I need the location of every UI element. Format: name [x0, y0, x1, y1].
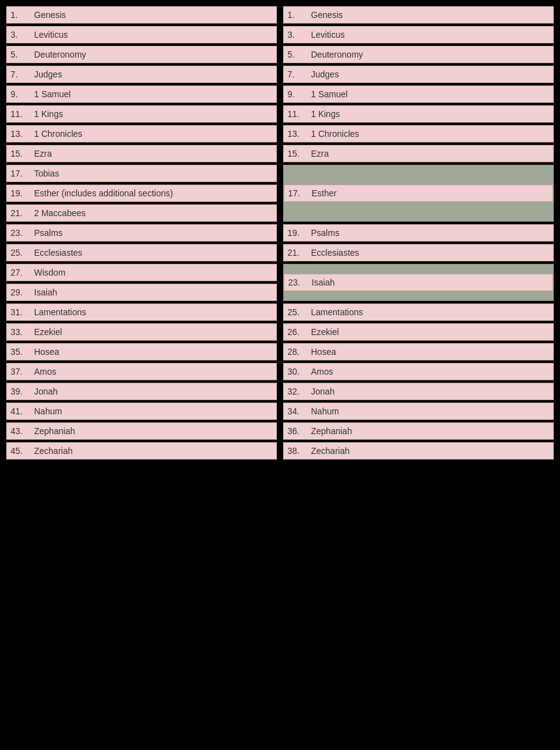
book-row: 9.1 Samuel: [283, 85, 554, 103]
book-row: 31.Lamentations: [6, 303, 277, 321]
book-number: 34.: [287, 406, 311, 416]
book-name: Leviticus: [34, 30, 68, 40]
book-name: Wisdom: [34, 268, 66, 277]
book-row: 43.Zephaniah: [6, 422, 277, 440]
book-name: Deuteronomy: [34, 50, 86, 59]
book-name: Zephaniah: [311, 426, 352, 436]
book-number: 29.: [11, 287, 34, 297]
list-item: 11.1 Kings: [283, 105, 554, 123]
list-item: 25.Lamentations: [283, 303, 554, 321]
book-name: 1 Samuel: [34, 89, 71, 99]
list-item: 19.Esther (includes additional sections): [6, 185, 277, 202]
book-row: 21.2 Maccabees: [6, 204, 277, 222]
book-number: 19.: [287, 228, 311, 238]
book-number: 3.: [11, 30, 34, 40]
book-row: 38.Zechariah: [283, 442, 554, 460]
book-row: 23.Psalms: [6, 224, 277, 242]
book-row: 41.Nahum: [6, 403, 277, 420]
list-item: 21.Ecclesiastes: [283, 244, 554, 261]
book-row: 1.Genesis: [283, 6, 554, 24]
list-item: 43.Zephaniah: [6, 422, 277, 440]
book-name: Genesis: [34, 10, 66, 20]
book-row: 1.Genesis: [6, 6, 277, 24]
book-row: 25.Lamentations: [283, 303, 554, 321]
book-number: 21.: [11, 208, 34, 218]
list-item: 32.Jonah: [283, 383, 554, 400]
book-number: 21.: [287, 248, 311, 258]
book-row: 11.1 Kings: [283, 105, 554, 123]
book-name: 1 Kings: [34, 109, 63, 119]
book-row: 28.Hosea: [283, 343, 554, 360]
list-item: 3.Leviticus: [283, 26, 554, 43]
book-name: Ecclesiastes: [34, 248, 82, 258]
main-container: 1.Genesis3.Leviticus5.Deuteronomy7.Judge…: [0, 0, 560, 468]
book-name: Genesis: [311, 10, 343, 20]
book-number: 32.: [287, 386, 311, 396]
book-number: 13.: [11, 129, 34, 139]
book-number: 23.: [11, 228, 34, 238]
book-name: Ecclesiastes: [311, 248, 359, 258]
book-row: 45.Zechariah: [6, 442, 277, 460]
book-name: Esther: [312, 188, 336, 198]
book-row: 29.Isaiah: [6, 284, 277, 301]
book-row: 15.Ezra: [283, 145, 554, 162]
list-item: 5.Deuteronomy: [283, 46, 554, 63]
book-row: 21.Ecclesiastes: [283, 244, 554, 261]
book-row: 37.Amos: [6, 363, 277, 380]
book-name: Zephaniah: [34, 426, 75, 436]
book-number: 35.: [11, 347, 34, 357]
list-item: 26.Ezekiel: [283, 323, 554, 341]
merged-block: 23.Isaiah: [283, 264, 554, 301]
list-item: 19.Psalms: [283, 224, 554, 242]
book-row: 15.Ezra: [6, 145, 277, 162]
list-item: 39.Jonah: [6, 383, 277, 400]
book-name: Ezekiel: [34, 327, 62, 337]
list-item: 7.Judges: [283, 66, 554, 83]
list-item: 7.Judges: [6, 66, 277, 83]
book-row: 3.Leviticus: [6, 26, 277, 43]
book-number: 25.: [11, 248, 34, 258]
book-number: 31.: [11, 307, 34, 317]
book-row: 39.Jonah: [6, 383, 277, 400]
list-item: 23.Psalms: [6, 224, 277, 242]
book-row: 32.Jonah: [283, 383, 554, 400]
book-number: 39.: [11, 386, 34, 396]
book-row: 7.Judges: [283, 66, 554, 83]
book-number: 36.: [287, 426, 311, 436]
book-row: 3.Leviticus: [283, 26, 554, 43]
list-item: 17.Tobias: [6, 165, 277, 182]
book-number: 19.: [11, 188, 34, 198]
book-name: Leviticus: [311, 30, 344, 40]
book-number: 11.: [287, 109, 311, 119]
list-item: 1.Genesis: [6, 6, 277, 24]
book-number: 15.: [287, 149, 311, 159]
list-item: 31.Lamentations: [6, 303, 277, 321]
book-number: 37.: [11, 367, 34, 377]
list-item: 1.Genesis: [283, 6, 554, 24]
book-row: 35.Hosea: [6, 343, 277, 360]
book-name: 2 Maccabees: [34, 208, 85, 218]
book-number: 17.: [11, 168, 34, 178]
book-name: Jonah: [311, 386, 335, 396]
book-row: 26.Ezekiel: [283, 323, 554, 341]
book-number: 9.: [287, 89, 311, 99]
book-name: Nahum: [311, 406, 339, 416]
book-number: 38.: [287, 446, 311, 456]
book-number: 3.: [287, 30, 311, 40]
list-item: 13.1 Chronicles: [283, 125, 554, 142]
book-row: 19.Psalms: [283, 224, 554, 242]
book-number: 15.: [11, 149, 34, 159]
list-item: 9.1 Samuel: [283, 85, 554, 103]
book-row: 17.Esther: [284, 185, 553, 202]
merged-block: 17.Esther: [283, 165, 554, 222]
book-name: Lamentations: [34, 307, 86, 317]
book-name: Jonah: [34, 386, 58, 396]
book-number: 27.: [11, 268, 34, 277]
list-item: 36.Zephaniah: [283, 422, 554, 440]
list-item: 5.Deuteronomy: [6, 46, 277, 63]
book-row: 23.Isaiah: [284, 274, 553, 291]
book-number: 5.: [287, 50, 311, 59]
list-item: 11.1 Kings: [6, 105, 277, 123]
book-row: 30.Amos: [283, 363, 554, 380]
book-name: Amos: [311, 367, 333, 377]
